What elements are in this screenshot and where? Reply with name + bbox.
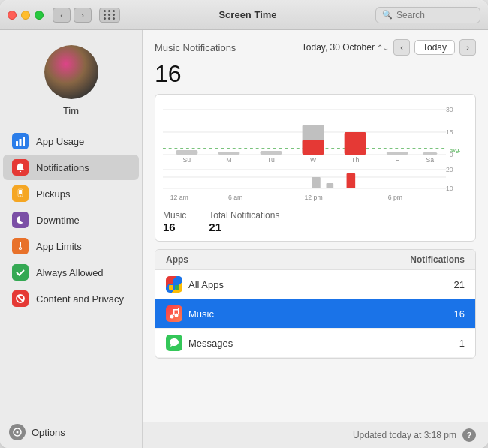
svg-point-6 <box>20 195 21 197</box>
back-button[interactable]: ‹ <box>53 8 71 23</box>
total-stat-label: Total Notifications <box>209 210 279 221</box>
table-row-messages[interactable]: Messages 1 <box>155 329 475 358</box>
chart-area: 30 15 0 avg. <box>163 102 468 207</box>
all-apps-icon <box>166 276 182 293</box>
svg-text:Sa: Sa <box>426 156 434 164</box>
user-section: Tim <box>0 38 142 128</box>
options-item[interactable]: Options <box>0 416 142 448</box>
search-input[interactable] <box>396 10 474 20</box>
sidebar-item-downtime[interactable]: Downtime <box>3 207 139 233</box>
maximize-button[interactable] <box>35 11 44 20</box>
chart-stat-total: Total Notifications 21 <box>209 210 279 233</box>
sidebar-item-label-app-usage: App Usage <box>36 136 84 147</box>
svg-rect-7 <box>20 242 21 247</box>
sidebar-item-label-app-limits: App Limits <box>36 241 82 252</box>
date-forward-button[interactable]: › <box>459 39 476 56</box>
search-bar[interactable]: 🔍 <box>375 7 480 23</box>
svg-rect-49 <box>175 279 179 284</box>
svg-text:F: F <box>396 156 400 164</box>
messages-count: 1 <box>459 338 465 349</box>
svg-text:15: 15 <box>446 128 453 136</box>
sidebar-item-app-limits[interactable]: App Limits <box>3 233 139 259</box>
svg-text:M: M <box>226 156 231 164</box>
chart-svg: 30 15 0 avg. <box>163 102 468 207</box>
svg-text:Su: Su <box>183 156 191 164</box>
main-layout: Tim App Usage <box>0 30 488 448</box>
sidebar-item-pickups[interactable]: Pickups <box>3 181 139 206</box>
forward-button[interactable]: › <box>74 8 92 23</box>
window-title: Screen Time <box>120 9 375 20</box>
app-usage-icon <box>12 133 29 149</box>
sidebar-item-content-privacy[interactable]: Content and Privacy <box>3 286 139 311</box>
svg-rect-56 <box>173 309 179 311</box>
sidebar: Tim App Usage <box>0 30 143 448</box>
svg-point-3 <box>20 171 21 173</box>
content-footer: Updated today at 3:18 pm ? <box>143 422 488 448</box>
sidebar-item-label-always-allowed: Always Allowed <box>36 267 104 278</box>
svg-text:Tu: Tu <box>267 156 275 164</box>
svg-rect-42 <box>347 173 356 188</box>
svg-text:12 pm: 12 pm <box>305 194 323 201</box>
table-header-apps: Apps <box>166 254 375 265</box>
svg-rect-23 <box>218 152 239 155</box>
svg-point-12 <box>17 431 19 434</box>
svg-text:Th: Th <box>351 156 359 164</box>
content-area: Music Notifications Today, 30 October ⌃⌄… <box>143 30 488 448</box>
svg-rect-50 <box>169 285 173 290</box>
date-nav: Today, 30 October ⌃⌄ ‹ Today › <box>302 39 476 56</box>
content-inner: Music Notifications Today, 30 October ⌃⌄… <box>143 30 488 422</box>
close-button[interactable] <box>8 11 17 20</box>
pickups-icon <box>12 185 29 202</box>
big-count: 16 <box>155 60 476 88</box>
downtime-icon <box>12 212 29 228</box>
sidebar-item-notifications[interactable]: Notifications <box>3 155 139 180</box>
sidebar-item-always-allowed[interactable]: Always Allowed <box>3 260 139 285</box>
avatar <box>44 45 98 99</box>
all-apps-label: All Apps <box>188 279 224 290</box>
svg-rect-28 <box>387 152 408 155</box>
table-row[interactable]: All Apps 21 <box>155 270 475 299</box>
svg-point-8 <box>20 248 22 250</box>
music-stat-value: 16 <box>163 221 186 233</box>
chart-header: Music Notifications Today, 30 October ⌃⌄… <box>155 39 476 56</box>
svg-rect-29 <box>423 152 437 155</box>
svg-rect-5 <box>19 190 22 194</box>
user-name: Tim <box>63 105 79 116</box>
nav-buttons: ‹ › <box>53 8 120 23</box>
table-header: Apps Notifications <box>155 250 475 270</box>
options-icon <box>9 424 26 440</box>
sidebar-item-label-notifications: Notifications <box>36 162 89 173</box>
svg-rect-43 <box>327 183 334 188</box>
date-back-button[interactable]: ‹ <box>393 39 410 56</box>
sidebar-item-label-content-privacy: Content and Privacy <box>36 293 124 305</box>
svg-text:20: 20 <box>446 166 453 173</box>
table-container: Apps Notifications <box>155 249 476 359</box>
svg-text:10: 10 <box>446 185 453 192</box>
minimize-button[interactable] <box>21 11 30 20</box>
svg-rect-41 <box>312 177 321 188</box>
help-button[interactable]: ? <box>462 428 476 442</box>
svg-rect-51 <box>175 285 179 290</box>
music-stat-label: Music <box>163 210 186 221</box>
apps-grid-button[interactable] <box>99 8 120 23</box>
svg-line-10 <box>17 296 23 302</box>
svg-text:6 am: 6 am <box>228 194 242 201</box>
svg-text:30: 30 <box>446 106 453 113</box>
today-button[interactable]: Today <box>414 40 455 55</box>
table-row-selected[interactable]: Music 16 <box>155 299 475 329</box>
date-label: Today, 30 October ⌃⌄ <box>302 42 389 53</box>
sidebar-item-label-pickups: Pickups <box>36 188 71 200</box>
svg-rect-26 <box>303 140 324 155</box>
total-stat-value: 21 <box>209 221 279 233</box>
all-apps-cell: All Apps <box>166 276 375 293</box>
messages-cell: Messages <box>166 335 375 351</box>
all-apps-count: 21 <box>454 279 465 290</box>
svg-rect-48 <box>169 279 173 284</box>
svg-rect-1 <box>20 139 22 146</box>
sidebar-item-app-usage[interactable]: App Usage <box>3 128 139 154</box>
footer-text: Updated today at 3:18 pm <box>353 430 456 440</box>
chart-container: 30 15 0 avg. <box>155 94 476 242</box>
svg-text:W: W <box>310 156 317 164</box>
table-header-notifications: Notifications <box>375 254 465 265</box>
sidebar-item-label-downtime: Downtime <box>36 215 80 226</box>
